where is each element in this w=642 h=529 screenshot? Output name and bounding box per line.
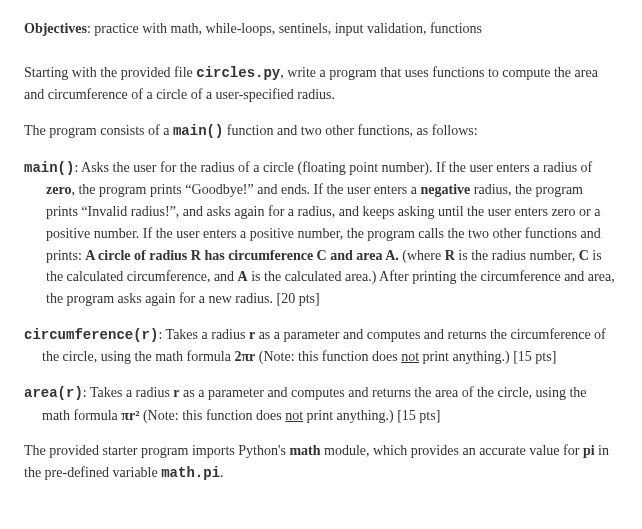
- footer-t1: The provided starter program imports Pyt…: [24, 443, 289, 458]
- area-formula: πr²: [121, 408, 139, 423]
- main-b6: A: [238, 269, 248, 284]
- circ-t4: print anything.) [15 pts]: [419, 349, 556, 364]
- circ-t1: : Takes a radius: [158, 327, 249, 342]
- circ-u1: not: [401, 349, 419, 364]
- intro-p1a: Starting with the provided file: [24, 65, 196, 80]
- area-t1: : Takes a radius: [83, 385, 174, 400]
- intro-paragraph-2: The program consists of a main() functio…: [24, 120, 618, 143]
- objectives-line: Objectives: practice with math, while-lo…: [24, 18, 618, 40]
- intro-paragraph-1: Starting with the provided file circles.…: [24, 62, 618, 106]
- footer-t2: module, which provides an accurate value…: [321, 443, 583, 458]
- circ-sig: circumference(r): [24, 327, 158, 343]
- main-t1: : Asks the user for the radius of a circ…: [74, 160, 592, 175]
- main-b5: C: [579, 248, 589, 263]
- area-t4: print anything.) [15 pts]: [303, 408, 440, 423]
- intro-p2a: The program consists of a: [24, 123, 173, 138]
- main-t5: is the radius number,: [455, 248, 579, 263]
- circ-formula: 2πr: [234, 349, 255, 364]
- circ-t3: (Note: this function does: [255, 349, 401, 364]
- objectives-text: : practice with math, while-loops, senti…: [87, 21, 482, 36]
- intro-code-main: main(): [173, 123, 223, 139]
- main-b4: R: [445, 248, 455, 263]
- footer-t4: .: [220, 465, 224, 480]
- footer-code-mathpi: math.pi: [161, 465, 220, 481]
- footer-b1: math: [289, 443, 320, 458]
- area-t3: (Note: this function does: [139, 408, 285, 423]
- footer-b2: pi: [583, 443, 595, 458]
- main-function-block: main(): Asks the user for the radius of …: [24, 157, 618, 310]
- main-sig: main(): [24, 160, 74, 176]
- area-u1: not: [285, 408, 303, 423]
- main-b2: negative: [421, 182, 471, 197]
- footer-paragraph: The provided starter program imports Pyt…: [24, 440, 618, 484]
- objectives-label: Objectives: [24, 21, 87, 36]
- area-sig: area(r): [24, 385, 83, 401]
- circumference-function-block: circumference(r): Takes a radius r as a …: [24, 324, 618, 368]
- intro-code-filename: circles.py: [196, 65, 280, 81]
- main-t2: , the program prints “Goodbye!” and ends…: [71, 182, 420, 197]
- intro-p2b: function and two other functions, as fol…: [223, 123, 477, 138]
- main-b1: zero: [46, 182, 71, 197]
- main-b3: A circle of radius R has circumference C…: [85, 248, 399, 263]
- main-t4: (where: [399, 248, 445, 263]
- area-function-block: area(r): Takes a radius r as a parameter…: [24, 382, 618, 426]
